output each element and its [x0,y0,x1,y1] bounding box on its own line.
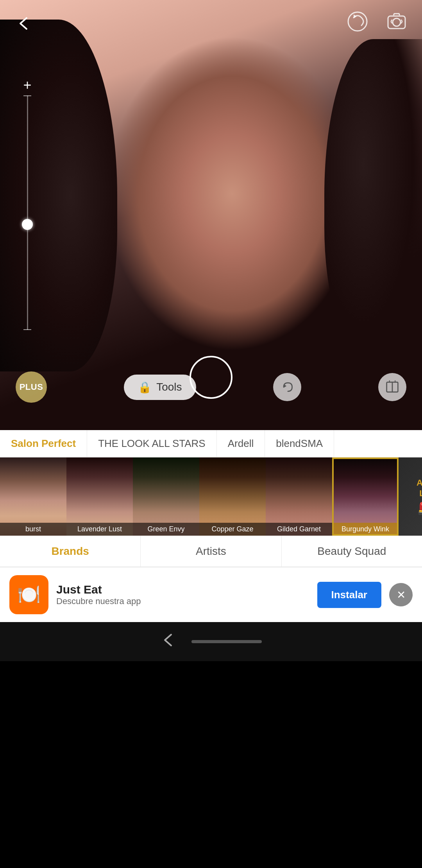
look-label-gilded-garnet: Gilded Garnet [266,523,332,536]
slider-plus-icon: + [23,78,31,92]
ad-text: Just Eat Descubre nuestra app [56,583,309,606]
look-label-lavender-lust: Lavender Lust [66,523,133,536]
ad-close-button[interactable]: ✕ [389,583,413,606]
look-label-copper-gaze: Copper Gaze [199,523,266,536]
back-button[interactable] [12,12,35,35]
looks-row: burst Lavender Lust Green Envy Copper Ga… [0,457,422,536]
nav-back-button[interactable] [160,632,176,651]
navigation-bar [0,622,422,661]
slider-track [27,95,28,330]
plus-button[interactable]: PLUS [16,371,47,403]
filter-tab-artists[interactable]: Artists [141,536,281,567]
ad-icon: 🍽️ [9,575,48,614]
camera-switch-button[interactable] [383,8,410,35]
slider-thumb[interactable] [22,219,33,230]
svg-marker-4 [284,384,286,388]
brand-tabs: Salon Perfect THE LOOK ALL STARS Ardell … [0,430,422,457]
about-look-title: ABOUTLOOK [417,478,422,499]
tools-button[interactable]: 🔒 Tools [124,375,196,400]
look-item-gilded-garnet[interactable]: Gilded Garnet [266,457,332,536]
reset-button[interactable] [344,8,371,35]
bottom-toolbar: PLUS 🔒 Tools [0,371,422,403]
ad-title: Just Eat [56,583,309,596]
brand-tab-ardell[interactable]: Ardell [217,430,265,457]
svg-point-3 [393,18,401,26]
intensity-slider[interactable]: + [23,78,31,352]
look-label-burgundy-wink: Burgundy Wink [332,523,399,536]
look-label-green-envy: Green Envy [133,523,199,536]
hair-right [324,39,422,352]
brand-tab-the-look[interactable]: THE LOOK ALL STARS [87,430,217,457]
look-item-copper-gaze[interactable]: Copper Gaze [199,457,266,536]
undo-button[interactable] [273,373,301,401]
about-look-icons: 💄 🎨 [415,502,422,515]
compare-button[interactable] [378,373,406,401]
look-item-lavender-lust[interactable]: Lavender Lust [66,457,133,536]
camera-view: + PLUS 🔒 Tools [0,0,422,430]
ad-install-button[interactable]: Instalar [317,582,382,608]
tools-lock-icon: 🔒 [138,381,152,394]
look-item-burst[interactable]: burst [0,457,66,536]
nav-home-indicator[interactable] [191,640,262,643]
svg-point-0 [348,12,367,31]
hair-left [0,20,117,371]
look-item-burgundy-wink[interactable]: Burgundy Wink [332,457,399,536]
svg-marker-1 [354,14,357,18]
filter-tabs: Brands Artists Beauty Squad [0,536,422,567]
look-item-green-envy[interactable]: Green Envy [133,457,199,536]
filter-tab-brands[interactable]: Brands [0,536,141,567]
brand-tab-salon-perfect[interactable]: Salon Perfect [0,430,87,457]
ad-banner: 🍽️ Just Eat Descubre nuestra app Instala… [0,567,422,622]
ad-subtitle: Descubre nuestra app [56,596,309,606]
look-label-burst: burst [0,523,66,536]
look-item-about-look[interactable]: ABOUTLOOK 💄 🎨 [399,457,422,536]
brand-tab-blendsma[interactable]: blendSMA [265,430,334,457]
filter-tab-beauty-squad[interactable]: Beauty Squad [282,536,422,567]
